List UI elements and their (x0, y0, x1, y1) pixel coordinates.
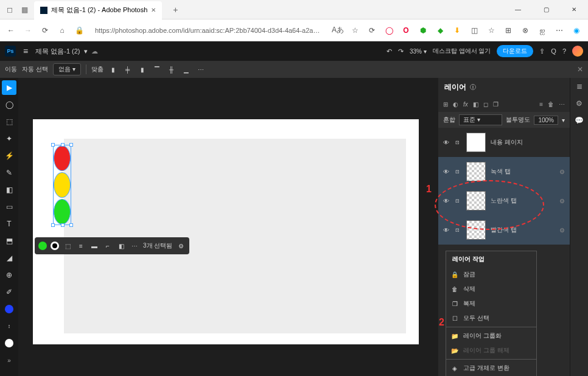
ext7-icon[interactable]: ஐ (536, 24, 549, 37)
menu-button[interactable]: ≡ (23, 46, 28, 56)
download-button[interactable]: 다운로드 (497, 45, 533, 57)
profile-icon[interactable]: ◻ (5, 5, 15, 15)
info-icon[interactable]: i (470, 84, 476, 90)
ps-logo-icon[interactable]: Ps (5, 46, 16, 57)
link-icon[interactable]: ⊡ (455, 169, 461, 175)
undo-button[interactable]: ↶ (387, 47, 392, 55)
visibility-icon[interactable]: 👁 (443, 139, 450, 146)
adjust-rail-icon[interactable]: ⚙ (573, 97, 586, 110)
close-window-button[interactable]: ✕ (560, 0, 588, 19)
translate-icon[interactable]: Aあ (331, 24, 345, 37)
link-icon[interactable]: ⊡ (455, 140, 461, 145)
align-left-icon[interactable]: ▮ (108, 64, 118, 74)
collections-icon[interactable]: ⊞ (502, 24, 515, 37)
opacity-chevron-icon[interactable]: ▾ (562, 117, 565, 124)
more-align-icon[interactable]: ⋯ (196, 64, 206, 74)
selected-shapes[interactable] (53, 145, 71, 225)
redo-button[interactable]: ↷ (398, 47, 404, 55)
ctx-group[interactable]: 📁레이어 그룹화 (446, 329, 536, 343)
transform-icon[interactable]: ⬚ (63, 243, 72, 249)
eraser-tool[interactable]: ◧ (2, 183, 16, 197)
marquee-tool[interactable]: ⬚ (2, 114, 16, 129)
brush-tool[interactable]: ✎ (2, 165, 16, 180)
link-icon[interactable]: ⊡ (455, 228, 461, 233)
ext5-icon[interactable]: ⬇ (450, 24, 464, 37)
fg-color[interactable] (2, 302, 16, 316)
quick-tool[interactable]: ⚡ (2, 148, 16, 163)
align-icon[interactable]: ▬ (89, 243, 99, 249)
swap-colors-icon[interactable]: ↕ (2, 319, 16, 333)
blend-mode-select[interactable]: 표준 ▾ (459, 114, 502, 125)
maximize-button[interactable]: ▢ (532, 0, 560, 19)
forward-button[interactable]: → (22, 24, 34, 37)
group-icon[interactable]: ❐ (493, 101, 499, 108)
open-desktop-link[interactable]: 데스크탑 앱에서 열기 (433, 47, 491, 55)
align-top-icon[interactable]: ▔ (152, 64, 162, 74)
options-icon[interactable]: ⚙ (176, 243, 186, 249)
ext3-icon[interactable]: ⬢ (416, 24, 430, 37)
help-icon[interactable]: ? (562, 47, 566, 55)
more-icon[interactable]: ⋯ (553, 24, 566, 37)
url-field[interactable]: https://photoshop.adobe.com/id/urn:aaid:… (90, 27, 326, 34)
clip-icon[interactable]: ◻ (483, 101, 488, 108)
expand-toolbar[interactable]: » (2, 353, 16, 367)
gradient-tool[interactable]: ◢ (2, 251, 16, 265)
align-right-icon[interactable]: ▮ (138, 64, 147, 74)
avatar[interactable] (572, 46, 583, 57)
search-icon[interactable]: Q (551, 47, 556, 55)
mask-icon[interactable]: ◐ (453, 101, 458, 108)
stack-icon[interactable]: ≡ (539, 101, 543, 108)
chevron-down-icon[interactable]: ▾ (84, 47, 88, 55)
arrange-icon[interactable]: ≡ (76, 243, 86, 249)
flip-icon[interactable]: ◧ (116, 243, 126, 249)
new-tab-button[interactable]: + (167, 5, 184, 15)
panel-more-icon[interactable]: ⋯ (559, 101, 565, 108)
adjust-icon[interactable]: ◧ (473, 101, 478, 108)
sync-icon[interactable]: ⟳ (365, 24, 379, 37)
bg-color[interactable] (2, 336, 16, 350)
trash-icon[interactable]: 🗑 (548, 101, 554, 108)
autoselect-dropdown[interactable]: 없음 ▾ (53, 63, 81, 75)
copilot-icon[interactable]: ◉ (570, 24, 583, 37)
split-icon[interactable]: ◫ (467, 24, 481, 37)
eyedropper-tool[interactable]: ✐ (2, 285, 16, 299)
add-layer-icon[interactable]: ⊞ (443, 101, 448, 108)
lasso-tool[interactable]: ◯ (2, 97, 16, 112)
ext1-icon[interactable]: ◯ (382, 24, 396, 37)
crop-tool[interactable]: ⬒ (2, 234, 16, 248)
stroke-color[interactable] (51, 242, 59, 250)
layer-item[interactable]: 👁 ⊡ 내용 페이지 (438, 128, 570, 157)
ctx-duplicate[interactable]: ❐복제 (446, 296, 536, 311)
text-tool[interactable]: T (2, 217, 16, 231)
align-bottom-icon[interactable]: ▁ (181, 64, 191, 74)
home-button[interactable]: ⌂ (56, 24, 68, 37)
back-button[interactable]: ← (5, 24, 17, 37)
visibility-icon[interactable]: 👁 (443, 227, 450, 234)
star-icon[interactable]: ☆ (348, 24, 362, 37)
ext2-icon[interactable]: O (399, 24, 413, 37)
minimize-button[interactable]: — (504, 0, 532, 19)
clone-tool[interactable]: ⊕ (2, 268, 16, 282)
share-icon[interactable]: ⇪ (539, 47, 545, 55)
lock-icon[interactable]: 🔒 (73, 24, 85, 37)
align-hcenter-icon[interactable]: ╪ (123, 64, 133, 74)
align-vcenter-icon[interactable]: ╫ (167, 64, 177, 74)
layers-rail-icon[interactable]: ≣ (573, 80, 586, 92)
zoom-level[interactable]: 33% ▾ (410, 48, 427, 55)
comment-rail-icon[interactable]: 💬 (573, 114, 586, 127)
canvas[interactable]: ⬚ ≡ ▬ ⌐ ◧ ⋯ 3개 선택됨 ⚙ (18, 78, 438, 376)
refresh-button[interactable]: ⟳ (39, 24, 51, 37)
layer-options-icon[interactable]: ⚙ (559, 169, 565, 175)
layer-options-icon[interactable]: ⚙ (559, 198, 565, 204)
wand-tool[interactable]: ✦ (2, 131, 16, 146)
ctx-select-all[interactable]: ☐모두 선택 (446, 311, 536, 326)
layer-options-icon[interactable]: ⚙ (559, 227, 565, 234)
opacity-input[interactable]: 100% (534, 116, 558, 125)
corner-icon[interactable]: ⌐ (103, 243, 113, 249)
ext6-icon[interactable]: ⊗ (519, 24, 532, 37)
ctx-smart[interactable]: ◈고급 개체로 변환 (446, 361, 536, 375)
move-tool[interactable]: ▶ (2, 80, 16, 95)
favorites-icon[interactable]: ☆ (485, 24, 498, 37)
ext4-icon[interactable]: ◆ (433, 24, 447, 37)
visibility-icon[interactable]: 👁 (443, 169, 450, 175)
